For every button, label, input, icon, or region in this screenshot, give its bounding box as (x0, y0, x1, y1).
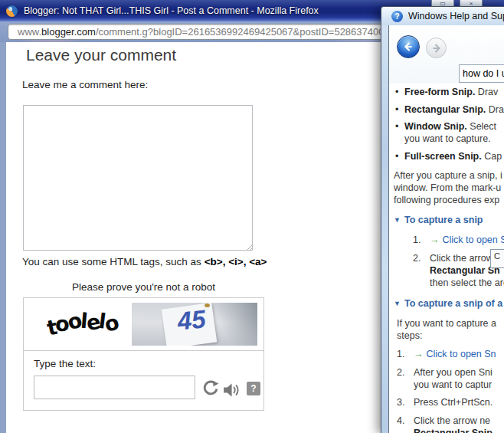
step-text: After you open Sni (414, 367, 493, 378)
captcha-input-panel: Type the text: ? (24, 350, 263, 412)
html-note-tags: <b>, <i>, <a> (205, 256, 267, 267)
step-bold-text: Rectangular Sn (430, 265, 500, 276)
section-header-capture-snip-of-menu[interactable]: ▼ To capture a snip of a (394, 297, 504, 310)
step-item: 2.Click the arrow Rectangular Sn then se… (394, 252, 504, 289)
step-item: 1.→Click to open Sn (394, 348, 504, 360)
url-text: www.blogger.com/comment.g?blogID=2616536… (18, 26, 383, 38)
bullet-text: Drav (475, 87, 498, 97)
bullet-bold-text: Window Snip. (404, 121, 467, 132)
open-snipping-tool-link[interactable]: Click to open Sn (443, 235, 504, 245)
step-item: 3.Press Ctrl+PrtScn. (394, 396, 504, 408)
bullet-text: Dra (486, 104, 504, 115)
step-item: 1.→Click to open Sn (394, 234, 504, 246)
captcha-photo-image: 45 (132, 303, 257, 346)
firefox-window-title: Blogger: Not THAT Girl...THIS Girl - Pos… (24, 5, 319, 16)
help-window: ? Windows Help and Support C • (381, 6, 504, 433)
paragraph: After you capture a snip, i window. From… (394, 169, 504, 206)
captcha-help-icon[interactable]: ? (247, 382, 260, 395)
help-search-input[interactable] (459, 64, 504, 83)
captcha-prompt: Please prove you're not a robot (23, 281, 264, 293)
refresh-captcha-icon[interactable] (202, 380, 219, 397)
step-number: 2. (397, 366, 407, 379)
url-path: /comment.g?blogID=2616536992469425067&po… (96, 26, 383, 38)
back-arrow-icon (402, 41, 414, 53)
section-title: To capture a snip of a (404, 297, 502, 310)
help-window-frame (381, 25, 388, 433)
list-item: •Free-form Snip. Drav (394, 86, 504, 98)
section-header-capture-snip[interactable]: ▼ To capture a snip (394, 214, 504, 227)
back-button[interactable] (397, 35, 420, 58)
list-item: •Full-screen Snip. Cap (394, 150, 504, 162)
page-title: Leave your comment (26, 46, 176, 64)
step-number: 3. (397, 396, 407, 408)
paragraph-line: steps: (397, 330, 504, 342)
type-text-label: Type the text: (34, 358, 96, 369)
bullet-bold-text: Rectangular Snip. (404, 104, 486, 115)
step-text: Press Ctrl+PrtScn. (414, 397, 493, 408)
paragraph-line: following procedures exp (394, 194, 504, 206)
paragraph-line: After you capture a snip, i (394, 169, 504, 182)
firefox-icon (6, 5, 18, 17)
captcha-word-image: toolelo (38, 300, 126, 346)
bullet-icon: • (395, 103, 398, 116)
forward-arrow-icon (430, 42, 443, 54)
html-note-text: You can use some HTML tags, such as (22, 256, 205, 267)
bullet-bold-text: Full-screen Snip. (404, 151, 482, 162)
audio-captcha-icon[interactable] (223, 382, 240, 399)
step-text: then select the area (394, 277, 504, 289)
help-window-title: Windows Help and Support (408, 11, 504, 21)
bullet-bold-text: Free-form Snip. (404, 87, 475, 97)
captcha-photo-number: 45 (167, 303, 216, 337)
url-prefix: www. (18, 26, 41, 38)
list-item: •Window Snip. Select you want to capture… (394, 120, 504, 145)
paragraph-line: If you want to capture a (397, 317, 504, 330)
chevron-down-icon: ▼ (394, 214, 401, 226)
open-snipping-tool-link[interactable]: Click to open Sn (427, 349, 496, 359)
step-number: 2. (413, 252, 424, 264)
inline-screenshot-thumbnail: C (490, 249, 504, 268)
help-window-body: C •Free-form Snip. Drav •Rectangular Sni… (388, 25, 504, 433)
step-number: 1. (397, 348, 407, 360)
step-number: 4. (397, 415, 407, 427)
comment-label: Leave me a comment here: (22, 79, 148, 90)
paragraph: If you want to capture a steps: (394, 317, 504, 342)
screen: Blogger: Not THAT Girl...THIS Girl - Pos… (0, 0, 504, 433)
shortcut-arrow-icon: → (430, 235, 440, 245)
chevron-down-icon: ▼ (394, 297, 401, 310)
bullet-text: Cap (482, 151, 502, 162)
html-tags-note: You can use some HTML tags, such as <b>,… (22, 256, 267, 267)
bullet-icon: • (395, 150, 398, 162)
captcha-input[interactable] (34, 376, 195, 399)
bullet-text: Select (467, 121, 496, 132)
step-item: 4.Click the arrow ne Rectangular Snip, (394, 415, 504, 433)
paragraph-line: window. From the mark-u (394, 182, 504, 194)
bullet-icon: • (395, 86, 398, 98)
help-content: •Free-form Snip. Drav •Rectangular Snip.… (389, 84, 504, 433)
list-item: •Rectangular Snip. Dra (394, 103, 504, 116)
shortcut-arrow-icon: → (414, 349, 424, 359)
section-title: To capture a snip (404, 214, 483, 226)
step-text: Click the arrow ne (414, 415, 490, 426)
step-item: 2.After you open Sni you want to captur (394, 366, 504, 391)
step-text: Click the arrow (430, 253, 493, 264)
captcha-widget: toolelo 45 Type the text: (23, 297, 264, 411)
comment-textarea[interactable] (23, 105, 253, 251)
help-titlebar[interactable]: ? Windows Help and Support (381, 7, 504, 25)
step-text: you want to captur (394, 379, 504, 391)
step-bold-text: Rectangular Snip, (414, 428, 495, 433)
step-number: 1. (413, 234, 424, 246)
forward-button[interactable] (426, 38, 447, 58)
help-question-icon: ? (391, 11, 403, 22)
url-domain: blogger.com (41, 26, 96, 38)
bullet-icon: • (395, 120, 398, 133)
url-bar[interactable]: www.blogger.com/comment.g?blogID=2616536… (8, 24, 383, 40)
bullet-text-line2: you want to capture. (404, 133, 504, 145)
